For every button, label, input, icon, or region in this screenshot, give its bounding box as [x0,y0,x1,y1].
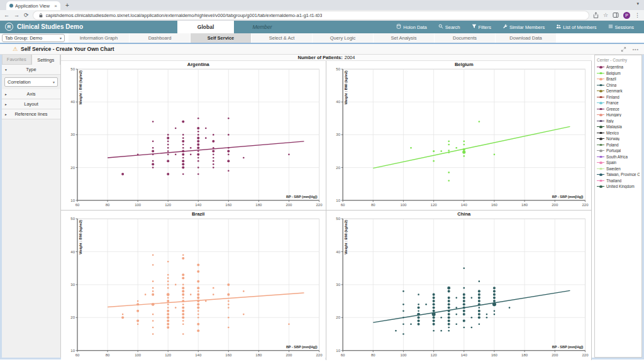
subnav-tab-self-service[interactable]: Self Service [191,33,252,43]
legend-item[interactable]: France [597,100,640,106]
svg-text:200: 200 [286,203,292,207]
menu-item-label: Sessions [615,25,634,30]
chart-type-select[interactable]: Correlation▾ [4,77,58,87]
menu-item-filters[interactable]: Filters [472,24,491,30]
tab-group-select[interactable]: Tab Group: Demo ▾ [2,34,65,42]
menu-item-search[interactable]: Search [438,24,460,30]
legend-item[interactable]: Norway [597,136,640,142]
legend-item[interactable]: Sweden [597,166,640,172]
menu-item-similar-members[interactable]: Similar Members [502,24,545,30]
app-header: R Clinical Studies Demo Global Member Ho… [0,21,644,33]
legend-marker-icon [597,108,604,111]
share-icon[interactable] [593,12,599,18]
panel-menu-icon[interactable]: ••• [633,47,639,52]
browser-actions: ☆ P ⋮ [593,12,640,19]
browser-url-row: ← → ⟳ capishdemos.clinicalstudiesdemo.si… [0,10,644,21]
subnav-tab-download-data[interactable]: Download Data [496,33,557,43]
sidebar-section-type[interactable]: ▾Type [2,65,60,75]
legend-item[interactable]: Hungary [597,112,640,118]
legend-marker-icon [597,144,604,146]
legend-items: ArgentinaBelgiumBrazilChinaDenmarkFinlan… [597,64,640,190]
back-icon[interactable]: ← [4,12,9,18]
legend-marker-icon [597,162,604,164]
legend-item[interactable]: Taiwan, Province Of China [597,172,640,178]
menu-item-sessions[interactable]: Sessions [608,24,634,30]
legend-item[interactable]: South Africa [597,154,640,160]
subnav-tab-set-analysis[interactable]: Set Analysis [374,33,435,43]
browser-menu-icon[interactable]: ⋮ [635,12,640,18]
menu-item-label: List of Members [563,25,596,30]
svg-text:60: 60 [75,353,80,357]
refresh-icon[interactable]: ⟳ [24,12,29,18]
svg-text:20: 20 [70,315,75,319]
legend-marker-icon [597,173,604,176]
legend-label: Mexico [606,131,619,135]
chart-brazil[interactable]: Brazil6080100120140160180200220102030405… [61,211,326,360]
app-menu: Holon DataSearchFiltersSimilar MembersLi… [396,21,644,33]
subnav-tab-select-act[interactable]: Select & Act [252,33,313,43]
svg-text:60: 60 [340,353,345,357]
svg-text:120: 120 [430,353,437,357]
legend-item[interactable]: Italy [597,118,640,124]
legend-item[interactable]: Argentina [597,64,640,70]
svg-text:220: 220 [316,203,323,207]
svg-text:160: 160 [225,203,232,207]
legend-panel: Center - Country ArgentinaBelgiumBrazilC… [594,55,642,358]
chart-china[interactable]: China60801001201401601802002201020304050… [326,211,592,360]
svg-text:10: 10 [70,199,75,202]
legend-item[interactable]: Poland [597,142,640,148]
svg-text:200: 200 [286,353,292,357]
svg-text:160: 160 [225,353,232,357]
tab-global[interactable]: Global [177,21,234,33]
menu-item-list-of-members[interactable]: List of Members [556,24,596,30]
legend-marker-icon [597,96,604,99]
svg-text:BP - SBP (mm[Hg]): BP - SBP (mm[Hg]) [552,344,583,348]
forward-icon[interactable]: → [14,12,19,18]
url-field[interactable]: capishdemos.clinicalstudiesdemo.sixnet.l… [33,11,589,19]
legend-item[interactable]: Thailand [597,178,640,184]
svg-text:50: 50 [336,217,340,221]
sub-navigation: Tab Group: Demo ▾ Information GraphDashb… [0,33,644,44]
chart-belgium[interactable]: Belgium608010012014016018020022010203040… [326,61,592,211]
svg-text:140: 140 [195,203,202,207]
tab-close-icon[interactable]: × [54,3,57,9]
svg-text:120: 120 [165,353,172,357]
menu-item-holon-data[interactable]: Holon Data [396,24,427,30]
legend-label: China [606,83,616,87]
legend-item[interactable]: Denmark [597,88,640,94]
legend-item[interactable]: Mexico [597,130,640,136]
expand-icon[interactable] [621,47,626,52]
subnav-tab-query-logic[interactable]: Query Logic [313,33,374,43]
legend-item[interactable]: Greece [597,106,640,112]
bookmark-star-icon[interactable]: ☆ [603,12,608,18]
sidebar-tabs: FavoritesSettings [2,55,60,65]
legend-item[interactable]: Belgium [597,70,640,77]
legend-item[interactable]: United Kingdom [597,184,640,190]
legend-item[interactable]: Spain [597,160,640,166]
subnav-tab-dashboard[interactable]: Dashboard [130,33,191,43]
subnav-tab-information-graph[interactable]: Information Graph [69,33,130,43]
subnav-tab-documents[interactable]: Documents [435,33,496,43]
avatar[interactable]: P [623,12,630,19]
chart-argentina[interactable]: Argentina6080100120140160180200220102030… [61,61,326,211]
legend-item[interactable]: Malaysia [597,124,640,130]
legend-item[interactable]: China [597,82,640,89]
browser-tab[interactable]: Application View × [6,1,60,10]
sidebar-tab-favorites[interactable]: Favorites [2,55,31,65]
side-panel-icon[interactable] [613,12,619,18]
legend-item[interactable]: Portugal [597,148,640,154]
section-label: Layout [2,101,60,107]
panel-title-bar: ⚠ Self Service - Create Your Own Chart •… [0,44,644,55]
new-tab-button[interactable]: + [65,1,69,10]
window-chevron-icon[interactable]: ▾ [636,1,639,6]
app-title: Clinical Studies Demo [17,21,83,33]
sidebar-tab-settings[interactable]: Settings [31,55,61,65]
sidebar-section-reference-lines[interactable]: ▸Reference lines [2,109,60,119]
sidebar-section-layout[interactable]: ▸Layout [2,99,60,109]
tab-member[interactable]: Member [234,21,291,33]
url-text: capishdemos.clinicalstudiesdemo.sixnet.l… [46,13,323,18]
legend-item[interactable]: Brazil [597,76,640,82]
sidebar-section-axis[interactable]: ▸Axis [2,89,60,99]
legend-item[interactable]: Finland [597,94,640,101]
tab-group-label: Tab Group: Demo [5,35,42,41]
